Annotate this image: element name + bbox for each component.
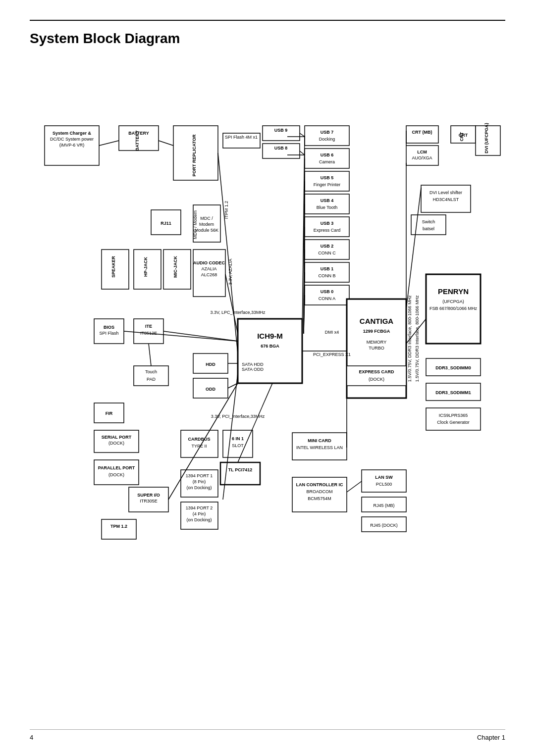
footer-page-number: 4 [30,734,33,741]
svg-line-160 [99,141,119,146]
svg-text:1.5V/0.75V, DDR3 Interface, 80: 1.5V/0.75V, DDR3 Interface, 800-1066 MHz [407,295,412,382]
svg-text:CARDBUS: CARDBUS [188,437,211,442]
page-title: System Block Diagram [30,31,505,47]
svg-text:batsel: batsel [423,226,434,231]
svg-text:PARALLEL PORT: PARALLEL PORT [98,465,135,470]
svg-text:TURBO: TURBO [369,346,384,351]
svg-text:EXPRESS CARD: EXPRESS CARD [359,369,394,374]
svg-text:AZALIA: AZALIA [201,266,216,271]
svg-line-163 [300,133,305,137]
svg-text:Camera: Camera [319,159,335,164]
svg-text:Docking: Docking [319,137,335,142]
svg-text:3.3V, LPC_Interface,33MHz: 3.3V, LPC_Interface,33MHz [210,310,266,315]
svg-text:SERIAL PORT: SERIAL PORT [102,435,132,440]
svg-text:ITE: ITE [145,324,152,329]
footer: 4 Chapter 1 [30,729,505,741]
svg-text:Switch: Switch [422,219,435,224]
svg-line-179 [163,331,238,341]
svg-text:HP-JACK: HP-JACK [143,257,148,277]
svg-text:SPI Flash: SPI Flash [99,331,118,336]
svg-text:USB 0: USB 0 [321,289,334,294]
svg-text:TL PCI7412: TL PCI7412 [228,467,252,472]
page: System Block Diagram text { font-family:… [0,0,535,756]
svg-text:SATA ODD: SATA ODD [242,367,264,372]
svg-text:SUPER I/O: SUPER I/O [137,493,160,498]
block-diagram: text { font-family: Arial, sans-serif; f… [30,56,505,725]
svg-text:MDC / Modem: MDC / Modem [193,210,198,239]
svg-text:CRT: CRT [459,133,468,138]
svg-text:Clock Generator: Clock Generator [437,420,470,425]
svg-text:PCL500: PCL500 [376,482,392,487]
svg-line-164 [300,151,305,155]
svg-text:TPM 1.2: TPM 1.2 [110,524,127,529]
svg-text:MEMORY: MEMORY [367,340,386,345]
svg-rect-27 [305,217,349,237]
svg-text:DVI Level shifter: DVI Level shifter [429,190,462,195]
svg-rect-21 [305,171,349,191]
svg-text:DVI (UFCPGA): DVI (UFCPGA) [484,123,489,153]
svg-line-186 [347,481,362,492]
svg-line-184 [238,383,272,462]
svg-line-161 [159,141,173,146]
svg-rect-33 [305,262,349,282]
svg-text:USB 9: USB 9 [274,128,288,133]
svg-text:RJ45 (MB): RJ45 (MB) [373,503,394,508]
top-border [30,20,505,21]
svg-text:LCM: LCM [417,150,427,154]
svg-text:MDC /: MDC / [200,216,213,221]
svg-text:BROADCOM: BROADCOM [306,489,332,494]
svg-text:ICS9LPRS365: ICS9LPRS365 [439,413,468,418]
svg-text:(on Docking): (on Docking) [186,517,212,522]
svg-text:1299 FCBGA: 1299 FCBGA [363,329,390,334]
svg-text:BCM5754M: BCM5754M [308,496,331,501]
svg-text:DDR3_SODIMM0: DDR3_SODIMM0 [435,365,471,370]
svg-text:FSB 667/800/1066 MHz: FSB 667/800/1066 MHz [429,306,478,311]
svg-text:BIOS: BIOS [104,325,114,330]
svg-text:(on Docking): (on Docking) [186,485,212,490]
svg-text:ODD: ODD [206,387,216,392]
svg-text:HDD: HDD [206,362,215,367]
svg-text:LAN CONTROLLER IC: LAN CONTROLLER IC [296,482,343,487]
svg-text:USB 6: USB 6 [321,152,334,157]
svg-rect-147 [362,470,406,492]
svg-text:Express Card: Express Card [314,228,341,233]
svg-text:Touch: Touch [145,369,157,374]
svg-text:AUDIO CODEC: AUDIO CODEC [193,260,225,265]
svg-text:CONN C: CONN C [318,251,336,255]
svg-text:USB 5: USB 5 [321,175,334,180]
svg-text:CONN B: CONN B [318,273,335,278]
svg-text:SLOT: SLOT [232,443,244,448]
svg-rect-85 [134,366,168,386]
svg-text:USB 2: USB 2 [321,244,334,249]
svg-text:Module 56K: Module 56K [195,228,218,233]
svg-text:Finger Printer: Finger Printer [314,182,341,187]
svg-text:(iMVP-6  VR): (iMVP-6 VR) [59,143,85,148]
svg-text:(DOCK): (DOCK) [108,441,124,446]
svg-text:(DOCK): (DOCK) [369,377,384,382]
svg-text:USB 1: USB 1 [321,266,334,271]
svg-text:(8 Pin): (8 Pin) [193,479,206,484]
svg-text:INTEL WIRELESS LAN: INTEL WIRELESS LAN [296,445,343,450]
svg-rect-36 [305,285,349,305]
svg-rect-93 [347,366,406,386]
svg-text:ALC268: ALC268 [201,272,217,277]
svg-text:CANTIGA: CANTIGA [360,317,393,325]
svg-text:ITPM 1.2: ITPM 1.2 [224,201,229,219]
svg-text:DDR3_SODIMM1: DDR3_SODIMM1 [435,390,471,395]
svg-rect-122 [102,519,136,539]
svg-text:(UFCPGA): (UFCPGA) [442,299,464,304]
svg-text:FIR: FIR [106,411,113,416]
svg-rect-18 [305,149,349,168]
svg-text:1394 PORT 2: 1394 PORT 2 [186,505,213,510]
svg-text:DMI x4: DMI x4 [325,330,339,335]
svg-text:BATTERY: BATTERY [128,131,149,136]
svg-text:ICH9-M: ICH9-M [257,332,283,340]
svg-text:1.5V/0.75V, DDR3 Interface, 80: 1.5V/0.75V, DDR3 Interface, 800-1066 MHz [415,295,420,382]
svg-text:MINI CARD: MINI CARD [308,438,331,443]
svg-text:Modem: Modem [199,222,214,227]
svg-text:6 IN 1: 6 IN 1 [232,436,244,441]
svg-line-182 [149,344,151,366]
svg-text:RJ11: RJ11 [160,221,171,226]
svg-line-188 [406,188,421,309]
svg-text:MIC-JACK: MIC-JACK [173,256,178,278]
